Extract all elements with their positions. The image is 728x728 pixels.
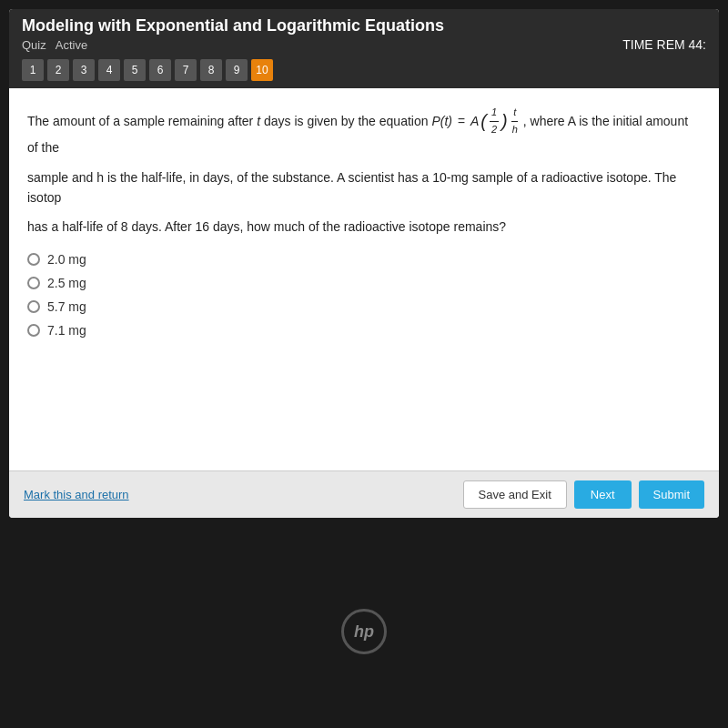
answer-options: 2.0 mg 2.5 mg 5.7 mg 7.1 mg: [27, 252, 701, 338]
option-4[interactable]: 7.1 mg: [27, 323, 701, 338]
question-line2: sample and h is the half-life, in days, …: [27, 167, 701, 208]
active-label: Active: [56, 38, 87, 52]
text-mid: days is given by the equation: [264, 114, 429, 128]
nav-btn-8[interactable]: 8: [200, 59, 222, 81]
option-3-label: 5.7 mg: [47, 299, 86, 314]
save-exit-button[interactable]: Save and Exit: [463, 480, 567, 509]
question-line3: has a half-life of 8 days. After 16 days…: [27, 217, 701, 237]
nav-btn-9[interactable]: 9: [226, 59, 248, 81]
footer-buttons: Save and Exit Next Submit: [463, 480, 704, 509]
nav-btn-4[interactable]: 4: [98, 59, 120, 81]
option-2-label: 2.5 mg: [47, 276, 86, 290]
question-content: The amount of a sample remaining after t…: [9, 88, 719, 470]
nav-btn-7[interactable]: 7: [175, 59, 197, 81]
hp-logo: hp: [341, 609, 387, 654]
exponent: t h: [511, 105, 520, 137]
next-button[interactable]: Next: [574, 480, 632, 509]
nav-btn-10[interactable]: 10: [251, 59, 273, 81]
question-text: The amount of a sample remaining after t…: [27, 105, 701, 158]
option-4-label: 7.1 mg: [47, 323, 86, 338]
option-3[interactable]: 5.7 mg: [27, 299, 701, 314]
mark-return-link[interactable]: Mark this and return: [24, 488, 129, 501]
option-1-label: 2.0 mg: [47, 252, 86, 267]
page-title: Modeling with Exponential and Logarithmi…: [22, 16, 706, 35]
formula: P(t) = A ( 1 2 ) t h: [431, 105, 519, 137]
nav-btn-5[interactable]: 5: [124, 59, 146, 81]
radio-1[interactable]: [27, 253, 40, 266]
nav-btn-3[interactable]: 3: [73, 59, 95, 81]
timer-display: TIME REM 44:: [622, 37, 706, 52]
laptop-bezel: hp: [0, 518, 728, 718]
radio-4[interactable]: [27, 324, 40, 337]
submit-button[interactable]: Submit: [639, 480, 704, 509]
t-variable: t: [257, 114, 264, 128]
question-navigation: 1 2 3 4 5 6 7 8 9 10: [9, 56, 719, 88]
radio-3[interactable]: [27, 300, 40, 313]
radio-2[interactable]: [27, 277, 40, 289]
timer-label: TIME REM: [622, 37, 684, 52]
fraction: 1 2: [490, 105, 499, 137]
nav-btn-6[interactable]: 6: [149, 59, 171, 81]
timer-value: 44:: [689, 37, 706, 52]
quiz-footer: Mark this and return Save and Exit Next …: [9, 470, 719, 518]
quiz-label: Quiz: [22, 38, 46, 52]
text-before: The amount of a sample remaining after: [27, 114, 253, 128]
nav-btn-2[interactable]: 2: [47, 59, 69, 81]
option-1[interactable]: 2.0 mg: [27, 252, 701, 267]
option-2[interactable]: 2.5 mg: [27, 276, 701, 290]
nav-btn-1[interactable]: 1: [22, 59, 44, 81]
